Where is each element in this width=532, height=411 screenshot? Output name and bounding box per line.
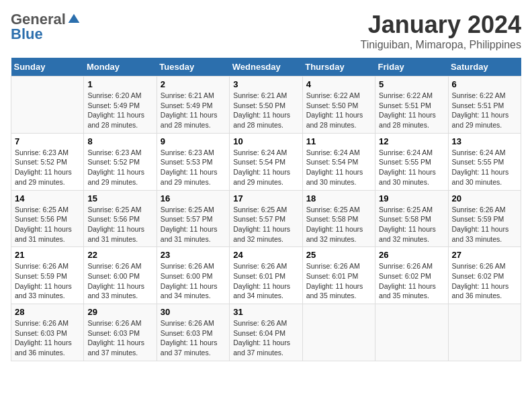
calendar-cell: 23 Sunrise: 6:26 AM Sunset: 6:00 PM Dayl…	[157, 247, 229, 304]
week-row-5: 28 Sunrise: 6:26 AM Sunset: 6:03 PM Dayl…	[11, 304, 521, 361]
col-saturday: Saturday	[448, 58, 521, 77]
day-number: 7	[15, 136, 80, 146]
day-info: Sunrise: 6:26 AM Sunset: 6:03 PM Dayligh…	[87, 318, 152, 358]
calendar-cell: 19 Sunrise: 6:25 AM Sunset: 5:58 PM Dayl…	[375, 190, 448, 247]
calendar-cell: 2 Sunrise: 6:21 AM Sunset: 5:49 PM Dayli…	[157, 77, 229, 134]
day-number: 29	[87, 307, 152, 317]
day-info: Sunrise: 6:26 AM Sunset: 6:03 PM Dayligh…	[161, 318, 226, 358]
day-number: 9	[161, 136, 226, 146]
day-info: Sunrise: 6:26 AM Sunset: 6:04 PM Dayligh…	[233, 318, 298, 358]
day-number: 21	[15, 250, 80, 260]
calendar-cell: 12 Sunrise: 6:24 AM Sunset: 5:55 PM Dayl…	[375, 133, 448, 190]
day-number: 14	[15, 193, 80, 203]
day-info: Sunrise: 6:26 AM Sunset: 6:00 PM Dayligh…	[87, 261, 152, 301]
calendar-cell: 20 Sunrise: 6:26 AM Sunset: 5:59 PM Dayl…	[448, 190, 521, 247]
day-number: 2	[161, 79, 226, 89]
calendar-cell: 26 Sunrise: 6:26 AM Sunset: 6:02 PM Dayl…	[375, 247, 448, 304]
week-row-2: 7 Sunrise: 6:23 AM Sunset: 5:52 PM Dayli…	[11, 133, 521, 190]
day-number: 30	[161, 307, 226, 317]
calendar-cell: 3 Sunrise: 6:21 AM Sunset: 5:50 PM Dayli…	[230, 77, 302, 134]
day-info: Sunrise: 6:23 AM Sunset: 5:52 PM Dayligh…	[87, 148, 152, 187]
calendar-cell: 1 Sunrise: 6:20 AM Sunset: 5:49 PM Dayli…	[84, 77, 157, 134]
calendar-cell: 16 Sunrise: 6:25 AM Sunset: 5:57 PM Dayl…	[157, 190, 229, 247]
day-info: Sunrise: 6:25 AM Sunset: 5:56 PM Dayligh…	[15, 205, 80, 244]
svg-marker-0	[69, 14, 80, 23]
logo: General Blue	[11, 11, 81, 43]
day-number: 16	[161, 193, 226, 203]
day-number: 15	[87, 193, 152, 203]
header-row: Sunday Monday Tuesday Wednesday Thursday…	[11, 58, 521, 77]
day-info: Sunrise: 6:20 AM Sunset: 5:49 PM Dayligh…	[87, 91, 152, 130]
day-info: Sunrise: 6:24 AM Sunset: 5:55 PM Dayligh…	[452, 148, 517, 187]
day-info: Sunrise: 6:25 AM Sunset: 5:58 PM Dayligh…	[379, 205, 444, 244]
subtitle: Tiniguiban, Mimaropa, Philippines	[360, 39, 521, 51]
day-number: 1	[87, 79, 152, 89]
day-info: Sunrise: 6:21 AM Sunset: 5:50 PM Dayligh…	[233, 91, 298, 130]
title-area: January 2024 Tiniguiban, Mimaropa, Phili…	[360, 11, 521, 51]
day-number: 20	[452, 193, 517, 203]
day-number: 12	[379, 136, 444, 146]
calendar-cell: 8 Sunrise: 6:23 AM Sunset: 5:52 PM Dayli…	[84, 133, 157, 190]
day-info: Sunrise: 6:26 AM Sunset: 6:02 PM Dayligh…	[379, 261, 444, 301]
logo-blue: Blue	[11, 26, 43, 42]
calendar-cell: 30 Sunrise: 6:26 AM Sunset: 6:03 PM Dayl…	[157, 304, 229, 361]
calendar-cell: 21 Sunrise: 6:26 AM Sunset: 5:59 PM Dayl…	[11, 247, 84, 304]
calendar-cell	[448, 304, 521, 361]
header: General Blue January 2024 Tiniguiban, Mi…	[11, 11, 521, 51]
day-number: 8	[87, 136, 152, 146]
day-number: 25	[306, 250, 371, 260]
day-info: Sunrise: 6:24 AM Sunset: 5:55 PM Dayligh…	[379, 148, 444, 187]
day-number: 31	[233, 307, 298, 317]
calendar-cell: 10 Sunrise: 6:24 AM Sunset: 5:54 PM Dayl…	[230, 133, 302, 190]
calendar-cell: 14 Sunrise: 6:25 AM Sunset: 5:56 PM Dayl…	[11, 190, 84, 247]
day-info: Sunrise: 6:25 AM Sunset: 5:58 PM Dayligh…	[306, 205, 371, 244]
day-info: Sunrise: 6:25 AM Sunset: 5:57 PM Dayligh…	[233, 205, 298, 244]
day-number: 5	[379, 79, 444, 89]
calendar-cell: 18 Sunrise: 6:25 AM Sunset: 5:58 PM Dayl…	[302, 190, 375, 247]
day-number: 3	[233, 79, 298, 89]
calendar-table: Sunday Monday Tuesday Wednesday Thursday…	[11, 58, 521, 361]
day-number: 26	[379, 250, 444, 260]
calendar-cell: 31 Sunrise: 6:26 AM Sunset: 6:04 PM Dayl…	[230, 304, 302, 361]
calendar-cell: 9 Sunrise: 6:23 AM Sunset: 5:53 PM Dayli…	[157, 133, 229, 190]
day-info: Sunrise: 6:26 AM Sunset: 5:59 PM Dayligh…	[15, 261, 80, 301]
calendar-cell: 22 Sunrise: 6:26 AM Sunset: 6:00 PM Dayl…	[84, 247, 157, 304]
col-monday: Monday	[84, 58, 157, 77]
day-info: Sunrise: 6:25 AM Sunset: 5:56 PM Dayligh…	[87, 205, 152, 244]
week-row-3: 14 Sunrise: 6:25 AM Sunset: 5:56 PM Dayl…	[11, 190, 521, 247]
main-title: January 2024	[360, 11, 521, 39]
calendar-cell: 15 Sunrise: 6:25 AM Sunset: 5:56 PM Dayl…	[84, 190, 157, 247]
day-number: 18	[306, 193, 371, 203]
calendar-cell: 29 Sunrise: 6:26 AM Sunset: 6:03 PM Dayl…	[84, 304, 157, 361]
day-info: Sunrise: 6:26 AM Sunset: 6:01 PM Dayligh…	[233, 261, 298, 301]
day-info: Sunrise: 6:26 AM Sunset: 5:59 PM Dayligh…	[452, 205, 517, 244]
day-number: 19	[379, 193, 444, 203]
day-number: 6	[452, 79, 517, 89]
day-number: 11	[306, 136, 371, 146]
day-info: Sunrise: 6:23 AM Sunset: 5:52 PM Dayligh…	[15, 148, 80, 187]
calendar-cell: 28 Sunrise: 6:26 AM Sunset: 6:03 PM Dayl…	[11, 304, 84, 361]
day-number: 13	[452, 136, 517, 146]
calendar-cell: 4 Sunrise: 6:22 AM Sunset: 5:50 PM Dayli…	[302, 77, 375, 134]
day-number: 28	[15, 307, 80, 317]
day-number: 10	[233, 136, 298, 146]
day-info: Sunrise: 6:21 AM Sunset: 5:49 PM Dayligh…	[161, 91, 226, 130]
calendar-cell: 25 Sunrise: 6:26 AM Sunset: 6:01 PM Dayl…	[302, 247, 375, 304]
calendar-cell: 7 Sunrise: 6:23 AM Sunset: 5:52 PM Dayli…	[11, 133, 84, 190]
day-info: Sunrise: 6:22 AM Sunset: 5:50 PM Dayligh…	[306, 91, 371, 130]
calendar-cell: 17 Sunrise: 6:25 AM Sunset: 5:57 PM Dayl…	[230, 190, 302, 247]
day-info: Sunrise: 6:23 AM Sunset: 5:53 PM Dayligh…	[161, 148, 226, 187]
col-thursday: Thursday	[302, 58, 375, 77]
calendar-cell: 27 Sunrise: 6:26 AM Sunset: 6:02 PM Dayl…	[448, 247, 521, 304]
col-tuesday: Tuesday	[157, 58, 229, 77]
day-info: Sunrise: 6:26 AM Sunset: 6:00 PM Dayligh…	[161, 261, 226, 301]
calendar-cell	[11, 77, 84, 134]
calendar-cell: 11 Sunrise: 6:24 AM Sunset: 5:54 PM Dayl…	[302, 133, 375, 190]
day-number: 17	[233, 193, 298, 203]
calendar-cell	[302, 304, 375, 361]
logo-icon	[67, 13, 81, 26]
day-info: Sunrise: 6:26 AM Sunset: 6:02 PM Dayligh…	[452, 261, 517, 301]
col-friday: Friday	[375, 58, 448, 77]
week-row-4: 21 Sunrise: 6:26 AM Sunset: 5:59 PM Dayl…	[11, 247, 521, 304]
calendar-cell: 24 Sunrise: 6:26 AM Sunset: 6:01 PM Dayl…	[230, 247, 302, 304]
